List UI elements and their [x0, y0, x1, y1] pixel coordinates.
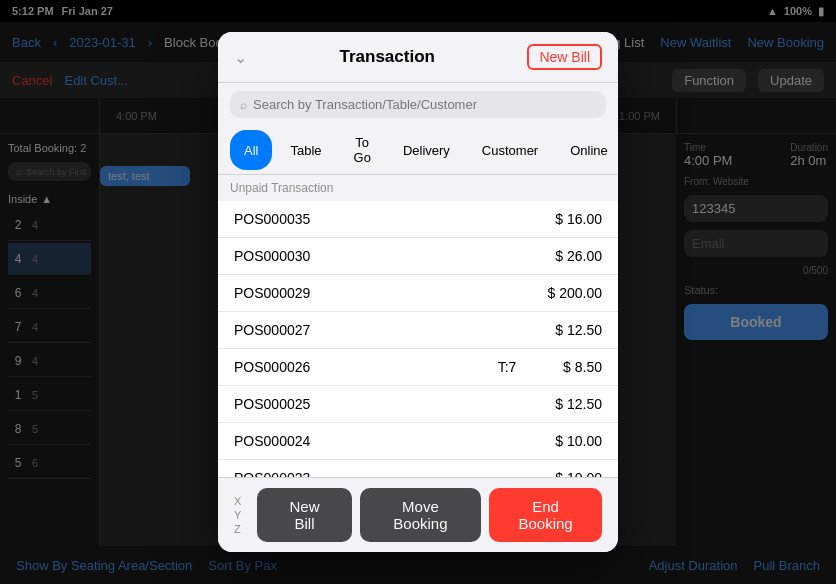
transaction-row-4[interactable]: POS000026 T:7 $ 8.50 — [218, 349, 618, 386]
pos-id-5: POS000025 — [234, 396, 482, 412]
modal-header: ⌄ Transaction New Bill — [218, 32, 618, 83]
transaction-list: POS000035 $ 16.00 POS000030 $ 26.00 POS0… — [218, 201, 618, 477]
modal-search-input[interactable] — [253, 97, 596, 112]
pos-id-4: POS000026 — [234, 359, 482, 375]
modal-search-icon: ⌕ — [240, 98, 247, 112]
transaction-row-5[interactable]: POS000025 $ 12.50 — [218, 386, 618, 423]
xyz-x-label: X — [234, 495, 241, 507]
filter-tab-delivery[interactable]: Delivery — [389, 130, 464, 170]
pos-id-0: POS000035 — [234, 211, 482, 227]
unpaid-transaction-label: Unpaid Transaction — [218, 175, 618, 201]
transaction-row-7[interactable]: POS000023 $ 10.00 — [218, 460, 618, 477]
transaction-row-2[interactable]: POS000029 $ 200.00 — [218, 275, 618, 312]
pos-id-7: POS000023 — [234, 470, 482, 477]
pos-id-1: POS000030 — [234, 248, 482, 264]
transaction-row-3[interactable]: POS000027 $ 12.50 — [218, 312, 618, 349]
modal-filter-tabs: All Table To Go Delivery Customer Online — [218, 126, 618, 175]
pos-id-3: POS000027 — [234, 322, 482, 338]
pos-id-2: POS000029 — [234, 285, 482, 301]
transaction-row-6[interactable]: POS000024 $ 10.00 — [218, 423, 618, 460]
modal-footer: X Y Z New Bill Move Booking End Booking — [218, 477, 618, 552]
filter-tab-online[interactable]: Online — [556, 130, 618, 170]
amount-4: $ 8.50 — [532, 359, 602, 375]
footer-new-bill-button[interactable]: New Bill — [257, 488, 351, 542]
filter-tab-togo[interactable]: To Go — [340, 130, 385, 170]
modal-chevron-down-icon[interactable]: ⌄ — [234, 48, 247, 67]
modal-overlay: ⌄ Transaction New Bill ⌕ All Table To Go… — [0, 0, 836, 584]
amount-7: $ 10.00 — [532, 470, 602, 477]
footer-end-booking-button[interactable]: End Booking — [489, 488, 602, 542]
transaction-row-0[interactable]: POS000035 $ 16.00 — [218, 201, 618, 238]
modal-search-area: ⌕ — [218, 83, 618, 126]
modal-new-bill-button[interactable]: New Bill — [527, 44, 602, 70]
amount-2: $ 200.00 — [532, 285, 602, 301]
amount-3: $ 12.50 — [532, 322, 602, 338]
amount-1: $ 26.00 — [532, 248, 602, 264]
filter-tab-customer[interactable]: Customer — [468, 130, 552, 170]
amount-0: $ 16.00 — [532, 211, 602, 227]
amount-6: $ 10.00 — [532, 433, 602, 449]
pos-id-6: POS000024 — [234, 433, 482, 449]
xyz-z-label: Z — [234, 523, 241, 535]
footer-move-booking-button[interactable]: Move Booking — [360, 488, 481, 542]
transaction-modal: ⌄ Transaction New Bill ⌕ All Table To Go… — [218, 32, 618, 552]
modal-search-inner[interactable]: ⌕ — [230, 91, 606, 118]
modal-title: Transaction — [340, 47, 435, 67]
xyz-y-label: Y — [234, 509, 241, 521]
footer-xyz-labels: X Y Z — [234, 495, 241, 535]
table-id-4: T:7 — [482, 359, 532, 375]
filter-tab-table[interactable]: Table — [276, 130, 335, 170]
transaction-row-1[interactable]: POS000030 $ 26.00 — [218, 238, 618, 275]
filter-tab-all[interactable]: All — [230, 130, 272, 170]
amount-5: $ 12.50 — [532, 396, 602, 412]
